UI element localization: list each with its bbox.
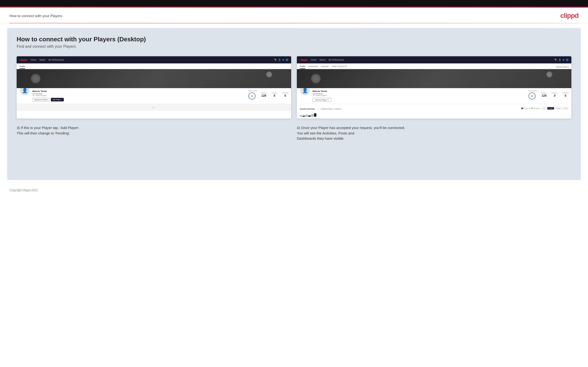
scroll-icon-left: ✂ [153, 106, 155, 109]
profile-banner-left [17, 69, 291, 88]
quality-group-left: Player Quality 92 [248, 90, 257, 100]
profile-banner-right [297, 69, 571, 88]
tab-activities-right[interactable]: Activities [321, 65, 329, 69]
player-handicap-left: 1-5 Handicap [32, 93, 246, 94]
user-icon-left[interactable]: 👤 [278, 59, 281, 61]
profile-info-left: 👤 Marcus Turner 1-5 Handicap 📍 United Ki… [17, 88, 291, 104]
quality-label-left: Player Quality [248, 90, 257, 92]
quality-label-right: Player Quality [528, 90, 537, 92]
app-logo-left: clippd [19, 58, 27, 61]
activity-filters: 1 yr 6 mths 3 mths 1 mth [542, 107, 569, 109]
profile-info-right: 👤 Marcus Turner 1-5 Handicap 📍 United Ki… [297, 88, 571, 104]
nav-icons-left: 🔍 👤 ⚙ 🌐 [274, 59, 288, 61]
quality-circle-right: 92 [528, 92, 536, 100]
legend-dot-off [531, 108, 533, 109]
tab-profile-left[interactable]: Profile [19, 65, 25, 69]
clippd-logo: clippd [560, 12, 579, 19]
nav-performance-left[interactable]: My Performance [48, 59, 64, 61]
avatar-icon-left: 👤 [22, 88, 28, 93]
stat-followers-left: Followers 0 [271, 92, 277, 97]
stat-group-right: Activities 129 Followers 0 Following 0 [541, 92, 569, 97]
profile-actions-right: Remove Player ✕ [312, 98, 526, 102]
nav-icons-right: 🔍 👤 ⚙ 🌐 [554, 59, 569, 61]
profile-actions-left: Request to Follow Add Player + [32, 98, 246, 101]
request-follow-button[interactable]: Request to Follow [32, 98, 50, 101]
location-icon-right: 📍 [312, 94, 315, 96]
screenshot-left: clippd Home Teams My Performance 🔍 👤 ⚙ 🌐… [17, 56, 291, 118]
description-1: 3) If this is your Player tap, 'Add Play… [17, 125, 291, 141]
chart-bar-4 [308, 116, 311, 117]
chart-bar-5 [311, 114, 313, 117]
legend-on-course: On course [521, 108, 530, 109]
page-heading: How to connect with your Players (Deskto… [17, 36, 571, 43]
description-2: 4) Once your Player has accepted your re… [297, 125, 571, 141]
stats-row-left: Player Quality 92 Activities 129 Followe… [248, 90, 288, 100]
search-icon-left[interactable]: 🔍 [274, 59, 277, 61]
header: How to connect with your Players clippd [0, 8, 588, 23]
globe-icon-left[interactable]: 🌐 [286, 59, 288, 61]
chart-area [300, 112, 569, 117]
stat-following-left: Following 0 [282, 92, 288, 97]
filter-1mth[interactable]: 1 mth [562, 107, 569, 109]
top-bar [0, 0, 588, 7]
avatar-icon-right: 👤 [302, 88, 308, 93]
player-name-left: Marcus Turner [32, 90, 246, 92]
stats-row-right: Player Quality 92 Activities 129 Followe… [528, 90, 569, 100]
player-name-dropdown[interactable]: Marcus Turner ▾ [556, 66, 569, 69]
activity-title-group: Activity Summary | Monthly Activity - 6 … [300, 106, 341, 110]
nav-home-left[interactable]: Home [30, 59, 36, 61]
profile-details-left: Marcus Turner 1-5 Handicap 📍 United King… [32, 90, 246, 101]
screenshot-right: clippd Home Teams My Performance 🔍 👤 ⚙ 🌐… [297, 56, 571, 118]
filter-1yr[interactable]: 1 yr [542, 107, 546, 109]
stat-followers-right: Followers 0 [552, 92, 558, 97]
profile-details-right: Marcus Turner 1-5 Handicap 📍 United King… [312, 90, 526, 102]
header-divider [9, 23, 579, 23]
filter-6mths[interactable]: 6 mths [547, 107, 554, 109]
app-logo-right: clippd [300, 58, 307, 61]
description-text-1: 3) If this is your Player tap, 'Add Play… [17, 125, 291, 136]
app-tabs-left: Profile [17, 63, 291, 69]
tabs-left: Profile Dashboard Activities What To Wor… [300, 65, 350, 69]
quality-group-right: Player Quality 92 [528, 90, 537, 100]
screenshots-row: clippd Home Teams My Performance 🔍 👤 ⚙ 🌐… [17, 56, 571, 118]
add-player-button[interactable]: Add Player + [51, 98, 64, 101]
activity-header: Activity Summary | Monthly Activity - 6 … [300, 106, 569, 110]
player-location-left: 📍 United Kingdom [32, 94, 246, 96]
nav-teams-right[interactable]: Teams [319, 59, 326, 61]
player-handicap-right: 1-5 Handicap [312, 93, 526, 94]
activity-title: Activity Summary [300, 108, 315, 110]
quality-circle-left: 92 [248, 92, 255, 100]
nav-home-right[interactable]: Home [311, 59, 316, 61]
description-text-2: 4) Once your Player has accepted your re… [297, 125, 571, 141]
footer: Copyright Clippd 2022 [0, 185, 588, 196]
settings-icon-left[interactable]: ⚙ [282, 59, 284, 61]
legend-off-course: Off course [531, 108, 540, 109]
remove-x-icon: ✕ [327, 99, 329, 101]
main-content: How to connect with your Players (Deskto… [7, 28, 581, 180]
header-title: How to connect with your Players [9, 14, 62, 18]
remove-player-button[interactable]: Remove Player ✕ [312, 98, 331, 102]
copyright-text: Copyright Clippd 2022 [9, 189, 38, 192]
stat-group-left: Activities 129 Followers 0 Following 0 [261, 92, 288, 97]
screenshot-bottom-left: ✂ [17, 104, 291, 111]
nav-teams-left[interactable]: Teams [39, 59, 45, 61]
descriptions-row: 3) If this is your Player tap, 'Add Play… [17, 125, 571, 141]
page-subheading: Find and connect with your Players [17, 44, 571, 49]
chart-bar-2 [303, 116, 305, 117]
globe-icon-right[interactable]: 🌐 [566, 59, 569, 61]
settings-icon-right[interactable]: ⚙ [562, 59, 564, 61]
filter-legend: On course Off course [521, 108, 540, 109]
location-icon-left: 📍 [32, 94, 35, 96]
user-icon-right[interactable]: 👤 [559, 59, 561, 61]
nav-performance-right[interactable]: My Performance [329, 59, 344, 61]
chart-bar-3 [305, 115, 308, 117]
filter-3mths[interactable]: 3 mths [555, 107, 562, 109]
search-icon-right[interactable]: 🔍 [554, 59, 557, 61]
tab-dashboard-right[interactable]: Dashboard [309, 65, 318, 69]
tab-whattoon-right[interactable]: What To Work On [332, 65, 347, 69]
player-name-right: Marcus Turner [312, 90, 526, 92]
app-tabs-right: Profile Dashboard Activities What To Wor… [297, 63, 571, 69]
activity-subtitle: Monthly Activity - 6 Months [321, 108, 341, 110]
tab-profile-right[interactable]: Profile [300, 65, 305, 69]
stat-activities-right: Activities 129 [541, 92, 547, 97]
